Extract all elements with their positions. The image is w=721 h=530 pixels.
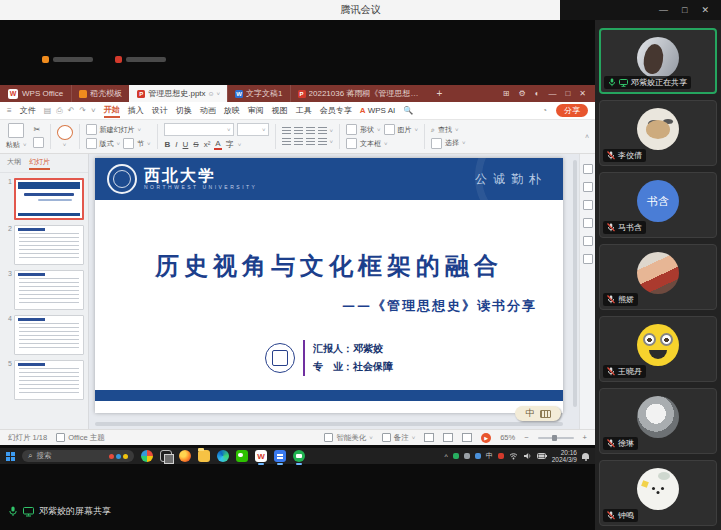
picture-button[interactable]: 图片˅: [384, 124, 419, 135]
settings-gear-icon[interactable]: ⚙: [518, 89, 525, 98]
format-painter-button[interactable]: ˅: [57, 125, 73, 148]
hamburger-icon[interactable]: ≡: [7, 106, 12, 115]
strikethrough-button[interactable]: S: [192, 140, 199, 149]
start-button[interactable]: [6, 452, 15, 461]
normal-view-icon[interactable]: [424, 433, 434, 442]
tray-grey-icon[interactable]: [464, 453, 470, 459]
reading-view-icon[interactable]: [462, 433, 472, 442]
number-list-icon[interactable]: [294, 138, 303, 146]
tencent-docs-icon[interactable]: [274, 450, 286, 462]
battery-icon[interactable]: [537, 453, 547, 459]
print-icon[interactable]: ⎙: [56, 106, 62, 116]
comments-pane-icon[interactable]: [583, 218, 593, 228]
photos-app-icon[interactable]: [141, 450, 153, 462]
taskbar-clock[interactable]: 20:16 2024/3/9: [552, 449, 577, 463]
participant-tile-sharing[interactable]: 邓紫姣正在共享: [599, 28, 717, 94]
design-pane-icon[interactable]: [583, 200, 593, 210]
slide-thumbnail-3[interactable]: [14, 270, 84, 310]
section-button[interactable]: 节˅: [123, 138, 151, 149]
superscript-button[interactable]: x²: [203, 140, 212, 149]
edge-browser-icon[interactable]: [217, 450, 229, 462]
close-button[interactable]: ✕: [701, 5, 709, 15]
help-pane-icon[interactable]: [583, 254, 593, 264]
wps-minimize-button[interactable]: —: [548, 89, 556, 98]
search-icon[interactable]: 🔍: [403, 106, 413, 115]
align-center-icon[interactable]: [294, 127, 303, 135]
menu-file[interactable]: 文件: [20, 105, 36, 116]
slide-thumbnail-4[interactable]: [14, 315, 84, 355]
tray-green-icon[interactable]: [453, 453, 459, 459]
selection-pane-icon[interactable]: [583, 236, 593, 246]
new-tab-button[interactable]: +: [430, 85, 450, 102]
menu-design[interactable]: 设计: [152, 105, 168, 116]
horizontal-scrollbar[interactable]: [95, 422, 563, 426]
menu-review[interactable]: 审阅: [248, 105, 264, 116]
chevron-down-icon[interactable]: ˅: [91, 106, 96, 116]
tencent-meeting-icon[interactable]: [293, 450, 305, 462]
tray-blue-icon[interactable]: [475, 453, 481, 459]
slide-thumbnail-1[interactable]: [14, 178, 84, 220]
notes-button[interactable]: 备注˅: [382, 433, 416, 443]
bold-button[interactable]: B: [164, 140, 172, 149]
tab-outline[interactable]: 大纲: [7, 157, 21, 170]
char-spacing-button[interactable]: 字: [225, 139, 235, 150]
copy-icon[interactable]: [33, 137, 44, 148]
menu-transition[interactable]: 切换: [176, 105, 192, 116]
participant-tile[interactable]: 熊娇: [599, 244, 717, 310]
zoom-level[interactable]: 65%: [500, 433, 515, 442]
find-button[interactable]: ⌕ 查找˅: [431, 125, 466, 135]
wps-home-button[interactable]: W WPS Office: [0, 85, 71, 102]
theme-indicator[interactable]: Office 主题: [56, 433, 105, 443]
zoom-in-button[interactable]: +: [583, 433, 587, 442]
tab-presentation-2[interactable]: P 20221036 蒋雨桐《管理思想史》: [290, 85, 430, 102]
tab-docer-templates[interactable]: 稻壳模板: [71, 85, 129, 102]
notification-bell-icon[interactable]: [582, 453, 589, 459]
select-button[interactable]: 选择˅: [431, 138, 466, 149]
theme-mode-icon[interactable]: ◐: [535, 89, 540, 98]
tab-presentation-active[interactable]: P 管理思想史.pptx ⊙ ˅: [129, 85, 227, 102]
participant-tile[interactable]: 徐琳: [599, 388, 717, 454]
align-left-icon[interactable]: [282, 127, 291, 135]
chevron-down-icon[interactable]: ˅: [217, 91, 221, 97]
menu-tools[interactable]: 工具: [296, 105, 312, 116]
menu-home[interactable]: 开始: [104, 104, 120, 118]
minimize-button[interactable]: —: [659, 5, 668, 15]
task-view-icon[interactable]: [160, 450, 172, 462]
slide[interactable]: 西北大学 NORTHWEST UNIVERSITY 公诚勤朴 历史视角与文化框架…: [95, 158, 563, 413]
slide-thumbnail-5[interactable]: [14, 360, 84, 400]
new-slide-button[interactable]: 新建幻灯片˅: [86, 124, 151, 135]
volume-icon[interactable]: [523, 452, 532, 460]
justify-icon[interactable]: [318, 127, 327, 135]
italic-button[interactable]: I: [174, 140, 178, 149]
tray-expand-icon[interactable]: ^: [444, 453, 447, 460]
zoom-out-button[interactable]: −: [524, 433, 528, 442]
share-button[interactable]: 分享: [556, 104, 588, 117]
save-icon[interactable]: ▤: [44, 106, 52, 116]
taskbar-search[interactable]: ⌕ 搜索: [22, 450, 134, 462]
menu-insert[interactable]: 插入: [128, 105, 144, 116]
layout-switch-icon[interactable]: ⊞: [503, 89, 510, 98]
slide-canvas[interactable]: 西北大学 NORTHWEST UNIVERSITY 公诚勤朴 历史视角与文化框架…: [89, 154, 579, 429]
wps-close-button[interactable]: ✕: [579, 89, 586, 98]
menu-view[interactable]: 视图: [272, 105, 288, 116]
font-color-button[interactable]: A: [214, 139, 221, 150]
ribbon-collapse-icon[interactable]: ˄: [585, 133, 589, 140]
sorter-view-icon[interactable]: [443, 433, 453, 442]
animation-pane-icon[interactable]: [583, 182, 593, 192]
ime-mode-indicator[interactable]: 中: [486, 451, 493, 461]
wps-restore-button[interactable]: □: [565, 89, 570, 98]
font-size-combo[interactable]: ˅: [237, 123, 269, 136]
beautify-button[interactable]: 智能美化˅: [324, 433, 373, 443]
participant-tile[interactable]: 书含 马书含: [599, 172, 717, 238]
cut-icon[interactable]: ✂: [33, 125, 44, 134]
zoom-slider[interactable]: [538, 437, 574, 439]
wps-taskbar-icon[interactable]: W: [255, 450, 267, 462]
sync-status-icon[interactable]: ◔: [542, 106, 547, 115]
pin-icon[interactable]: ⊙: [209, 90, 214, 97]
tab-writer-doc[interactable]: W 文字文稿1: [227, 85, 289, 102]
slide-thumbnail-2[interactable]: [14, 225, 84, 265]
wechat-icon[interactable]: [236, 450, 248, 462]
menu-slideshow[interactable]: 放映: [224, 105, 240, 116]
participant-tile[interactable]: 王晓丹: [599, 316, 717, 382]
participant-tile[interactable]: 钟鸣: [599, 460, 717, 526]
